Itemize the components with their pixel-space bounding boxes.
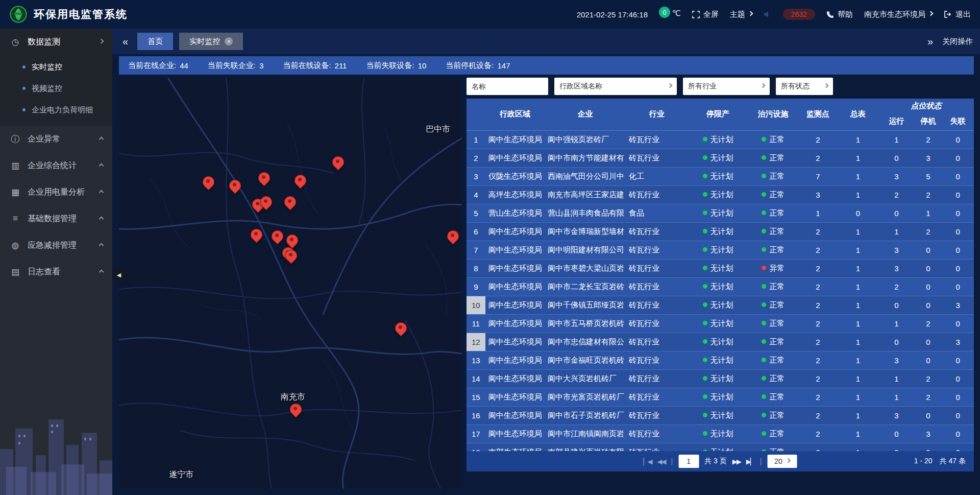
map-pin-icon[interactable] [250,228,262,241]
table-row[interactable]: 10阆中生态环境局阆中千佛镇五郎垭页岩砖瓦行业无计划正常21003 [467,296,974,314]
table-row[interactable]: 7阆中生态环境局阆中明阳建材有限公司砖瓦行业无计划正常21300 [467,241,974,259]
cell-run: 2 [878,185,915,204]
sidebar-item[interactable]: ▥企业综合统计 [0,152,112,179]
map-pin-icon[interactable] [271,229,283,242]
org-dropdown[interactable]: 南充市生态环境局 [864,10,933,19]
cell-limit: 无计划 [688,388,748,406]
cell-meter: 1 [838,388,879,406]
cell-limit: 无计划 [688,241,748,259]
prev-page-icon[interactable]: ◀◀ [657,458,666,465]
table-row[interactable]: 14阆中生态环境局阆中大兴页岩机砖厂砖瓦行业无计划正常21120 [467,369,974,388]
cell-facility: 正常 [748,222,798,241]
table-row[interactable]: 12阆中生态环境局阆中市忠信建材有限公砖瓦行业无计划正常21003 [467,333,974,351]
map-pin-icon[interactable] [284,196,296,208]
cell-facility: 正常 [748,369,798,388]
map-pin-icon[interactable] [395,322,407,334]
table-row[interactable]: 8阆中生态环境局阆中市枣碧大梁山页岩砖瓦行业无计划异常21300 [467,259,974,277]
tabs-scroll-left-icon[interactable]: « [119,36,131,48]
message-count-badge[interactable]: 2632 [783,9,815,20]
sidebar-subitem[interactable]: 视频监控 [0,78,112,99]
table-row[interactable]: 17阆中生态环境局阆中市江南镇阆南页岩砖瓦行业无计划正常21030 [467,425,974,443]
sound-button[interactable] [764,11,772,18]
cell-limit: 无计划 [688,296,748,314]
table-row[interactable]: 15阆中生态环境局阆中市光富页岩机砖厂砖瓦行业无计划正常21120 [467,388,974,406]
status-dot-green [703,302,707,307]
table-row[interactable]: 11阆中生态环境局阆中市五马桥页岩机砖砖瓦行业无计划正常21120 [467,314,974,333]
cell-meter: 1 [838,443,879,451]
table-row[interactable]: 1阆中生态环境局阆中强锐页岩砖厂砖瓦行业无计划正常21120 [467,130,974,149]
table-row[interactable]: 6阆中生态环境局阆中市金博瑞新型墙材砖瓦行业无计划正常21120 [467,222,974,241]
map-pin-icon[interactable] [285,249,297,262]
col-point-status-group: 点位状态 [878,99,974,113]
total-pages-label: 共 3 页 [704,457,727,466]
table-row[interactable]: 2阆中生态环境局阆中市南方节能建材有砖瓦行业无计划正常21030 [467,149,974,167]
map-canvas[interactable]: ◀ 巴中市南充市遂宁市 [119,78,462,489]
region-select[interactable]: 行政区域名称 [554,78,677,95]
sidebar-item[interactable]: ≡基础数据管理 [0,205,112,232]
industry-select[interactable]: 所有行业 [683,78,770,95]
tab-close-icon[interactable]: × [225,37,233,45]
page-number-input[interactable]: 1 [678,455,699,468]
logout-button[interactable]: 退出 [944,10,971,19]
table-row[interactable]: 16阆中生态环境局阆中市石子页岩机砖厂砖瓦行业无计划正常21300 [467,406,974,425]
close-operations-button[interactable]: » 关闭操作 [924,36,973,48]
cell-run: 0 [878,425,915,443]
table-row[interactable]: 3仪陇生态环境局西南油气田分公司川中化工无计划正常71350 [467,167,974,185]
map-pin-icon[interactable] [294,174,306,186]
map-pin-icon[interactable] [258,172,270,184]
cell-region: 阆中生态环境局 [485,406,545,425]
status-select[interactable]: 所有状态 [776,78,833,95]
enterprise-alert-icon: ⓘ [9,133,21,145]
table-row[interactable]: 4高坪生态环境局南充市高坪区王家店建砖瓦行业无计划正常31220 [467,185,974,204]
cell-meter: 1 [838,149,879,167]
cell-region: 阆中生态环境局 [485,369,545,388]
map-pin-icon[interactable] [447,229,459,242]
top-header: 环保用电监管系统 2021-02-25 17:46:18 0 ℃ 全屏 主题 [0,0,980,29]
cell-lost: 0 [942,406,974,425]
collapse-map-icon[interactable]: ◀ [112,268,126,281]
name-search-input[interactable] [467,78,548,95]
map-pin-icon[interactable] [286,234,298,246]
tab-realtime-monitor[interactable]: 实时监控 × [179,33,243,50]
table-row[interactable]: 18南部生态环境局南部县建兴页岩砖有限砖瓦行业无计划正常21000 [467,443,974,451]
sidebar-item[interactable]: ◍应急减排管理 [0,232,112,258]
cell-facility: 正常 [748,425,798,443]
map-pin-icon[interactable] [202,176,214,188]
cell-industry: 砖瓦行业 [626,277,688,296]
right-panel: 行政区域名称 所有行业 所有状态 [467,78,974,472]
map-pin-icon[interactable] [229,179,241,191]
sidebar-item[interactable]: ⓘ企业异常 [0,126,112,152]
map-pin-icon[interactable] [260,196,272,208]
cell-company: 南充市高坪区王家店建 [545,185,626,204]
page-size-select[interactable]: 20 [767,455,797,468]
next-page-icon[interactable]: ▶▶ [732,458,741,465]
cell-industry: 砖瓦行业 [626,425,688,443]
cell-meter: 1 [838,185,879,204]
last-page-icon[interactable]: ▶▏ [746,458,754,465]
sidebar-subitem[interactable]: 企业电力负荷明细 [0,99,112,121]
tab-home[interactable]: 首页 [137,33,173,50]
cell-company: 阆中明阳建材有限公司 [545,241,626,259]
status-dot-green [703,339,707,344]
table-row[interactable]: 5营山生态环境局营山县润丰肉食品有限食品无计划正常10010 [467,204,974,222]
tabs-scroll-right-icon[interactable]: » [924,36,936,48]
cell-points: 2 [798,314,838,333]
sidebar-group: ≡基础数据管理 [0,205,112,232]
sidebar-subitem[interactable]: 实时监控 [0,56,112,78]
pagination-bar: ▏◀ ◀◀ | 1 共 3 页 ▶▶ ▶▏ | 20 [467,451,974,472]
sidebar-item[interactable]: ◷数据监测 [0,29,112,55]
sidebar-item[interactable]: ▤日志查看 [0,258,112,285]
theme-dropdown[interactable]: 主题 [730,10,752,19]
cell-meter: 1 [838,259,879,277]
status-dot-green [703,229,707,233]
first-page-icon[interactable]: ▏◀ [644,458,652,465]
sidebar-item[interactable]: ▦企业用电量分析 [0,179,112,205]
table-row[interactable]: 13阆中生态环境局阆中市金福旺页岩机砖砖瓦行业无计划正常21300 [467,351,974,369]
help-button[interactable]: 帮助 [826,10,853,19]
status-dot-green [762,192,766,197]
map-pin-icon[interactable] [289,403,302,415]
fullscreen-button[interactable]: 全屏 [692,10,719,19]
bullet-icon [22,87,26,90]
table-row[interactable]: 9阆中生态环境局阆中市二龙长宝页岩砖砖瓦行业无计划正常21200 [467,277,974,296]
map-pin-icon[interactable] [332,156,344,168]
